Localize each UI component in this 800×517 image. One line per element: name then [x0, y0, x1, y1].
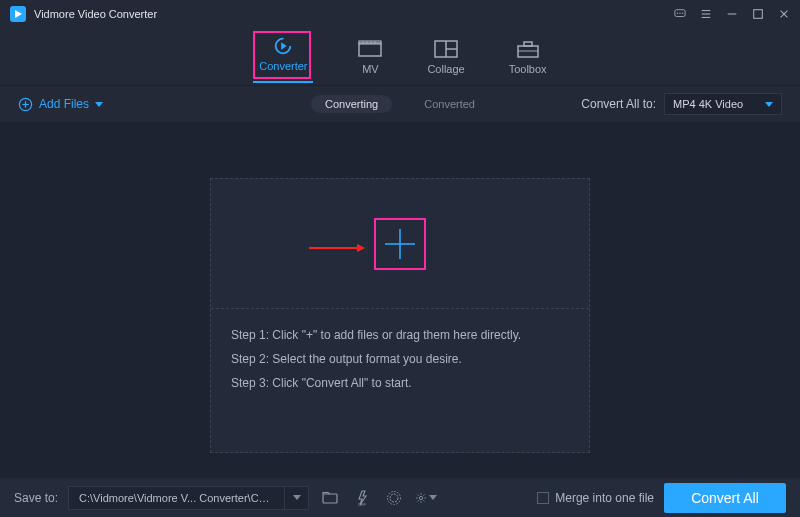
chevron-down-icon: [293, 495, 301, 500]
titlebar: Vidmore Video Converter: [0, 0, 800, 28]
svg-point-39: [419, 496, 422, 499]
svg-point-37: [390, 494, 398, 502]
menu-icon[interactable]: [700, 8, 712, 20]
svg-point-5: [682, 12, 683, 13]
svg-rect-25: [524, 42, 532, 46]
save-path-box[interactable]: C:\Vidmore\Vidmore V... Converter\Conver…: [68, 486, 309, 510]
nav-tab-label: MV: [362, 63, 379, 75]
open-folder-button[interactable]: [319, 487, 341, 509]
sub-toolbar: Add Files Converting Converted Convert A…: [0, 86, 800, 122]
svg-rect-34: [323, 494, 337, 503]
add-files-label: Add Files: [39, 97, 89, 111]
app-logo: [10, 6, 26, 22]
feedback-icon[interactable]: [674, 8, 686, 20]
chevron-down-icon: [95, 102, 103, 107]
merge-checkbox[interactable]: Merge into one file: [537, 491, 654, 505]
work-area: Step 1: Click "+" to add files or drag t…: [0, 122, 800, 477]
format-selected-value: MP4 4K Video: [673, 98, 743, 110]
svg-marker-14: [282, 42, 288, 49]
close-button[interactable]: [778, 8, 790, 20]
convert-all-button[interactable]: Convert All: [664, 483, 786, 513]
step-text: Step 1: Click "+" to add files or drag t…: [231, 323, 569, 347]
arrow-annotation: [309, 242, 365, 256]
nav-tab-collage[interactable]: Collage: [427, 39, 464, 75]
converter-icon: [270, 36, 296, 56]
step-text: Step 3: Click "Convert All" to start.: [231, 371, 569, 395]
svg-line-44: [418, 494, 419, 495]
settings-button[interactable]: [415, 487, 437, 509]
main-nav: Converter MV Collage Toolbox: [0, 28, 800, 86]
tab-converting[interactable]: Converting: [311, 95, 392, 113]
collage-icon: [433, 39, 459, 59]
step-text: Step 2: Select the output format you des…: [231, 347, 569, 371]
minimize-button[interactable]: [726, 8, 738, 20]
dropzone[interactable]: Step 1: Click "+" to add files or drag t…: [210, 178, 590, 453]
tab-converted[interactable]: Converted: [410, 95, 489, 113]
svg-marker-31: [357, 244, 365, 252]
nav-tab-converter[interactable]: Converter: [253, 36, 313, 78]
toolbox-icon: [515, 39, 541, 59]
maximize-button[interactable]: [752, 8, 764, 20]
svg-point-3: [677, 12, 678, 13]
app-title: Vidmore Video Converter: [34, 8, 674, 20]
svg-point-38: [388, 491, 401, 504]
chevron-down-icon: [429, 495, 437, 500]
svg-rect-15: [359, 43, 381, 56]
svg-line-45: [423, 500, 424, 501]
nav-tab-toolbox[interactable]: Toolbox: [509, 39, 547, 75]
save-path-text: C:\Vidmore\Vidmore V... Converter\Conver…: [69, 492, 284, 504]
convert-all-to-label: Convert All to:: [581, 97, 656, 111]
checkbox-icon: [537, 492, 549, 504]
svg-text:OFF: OFF: [358, 502, 367, 506]
merge-label: Merge into one file: [555, 491, 654, 505]
nav-tab-label: Toolbox: [509, 63, 547, 75]
add-files-button[interactable]: Add Files: [18, 97, 103, 112]
svg-line-47: [418, 500, 419, 501]
instruction-steps: Step 1: Click "+" to add files or drag t…: [211, 309, 589, 409]
chevron-down-icon: [765, 102, 773, 107]
nav-tab-label: Converter: [259, 60, 307, 72]
nav-tab-mv[interactable]: MV: [357, 39, 383, 75]
save-path-dropdown[interactable]: [284, 486, 308, 510]
save-to-label: Save to:: [14, 491, 58, 505]
footer-bar: Save to: C:\Vidmore\Vidmore V... Convert…: [0, 477, 800, 517]
svg-point-4: [679, 12, 680, 13]
nav-tab-label: Collage: [427, 63, 464, 75]
svg-rect-10: [754, 10, 763, 19]
hardware-accel-button[interactable]: OFF: [351, 487, 373, 509]
add-file-plus-button[interactable]: [374, 218, 426, 270]
mv-icon: [357, 39, 383, 59]
svg-line-46: [423, 494, 424, 495]
output-format-select[interactable]: MP4 4K Video: [664, 93, 782, 115]
high-speed-button[interactable]: [383, 487, 405, 509]
